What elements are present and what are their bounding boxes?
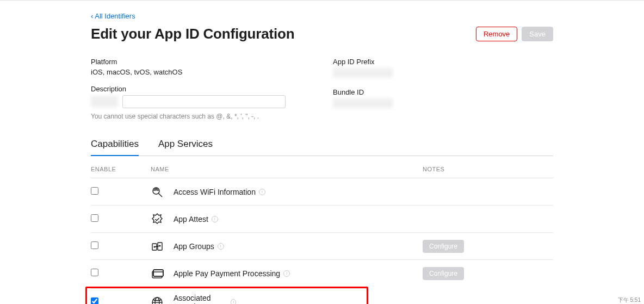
- platform-value: iOS, macOS, tvOS, watchOS: [91, 68, 311, 76]
- page-title: Edit your App ID Configuration: [91, 26, 294, 42]
- svg-point-6: [159, 245, 160, 246]
- info-icon[interactable]: i: [283, 270, 290, 277]
- info-icon[interactable]: i: [231, 299, 236, 305]
- capability-name: App Attesti: [174, 215, 218, 224]
- groups-icon: [151, 240, 164, 253]
- configure-button[interactable]: Configure: [423, 267, 464, 280]
- prefix-redacted: [333, 68, 393, 78]
- description-label: Description: [91, 85, 311, 93]
- tab-capabilities[interactable]: Capabilities: [91, 139, 139, 156]
- capability-row: App Attesti: [91, 205, 553, 232]
- capability-checkbox[interactable]: [91, 297, 98, 304]
- col-name: NAME: [151, 166, 423, 172]
- pay-icon: [151, 267, 164, 280]
- clock-time: 下午 5:51: [618, 297, 641, 303]
- globe-icon: [151, 296, 164, 305]
- svg-line-1: [159, 193, 163, 197]
- description-input[interactable]: [122, 95, 286, 108]
- attest-icon: [151, 213, 164, 226]
- capability-row: Access WiFi Informationi: [91, 178, 553, 205]
- svg-point-11: [152, 297, 162, 305]
- prefix-label: App ID Prefix: [333, 58, 553, 66]
- capability-name: App Groupsi: [174, 242, 224, 251]
- svg-line-4: [154, 246, 160, 247]
- capability-checkbox[interactable]: [91, 214, 98, 222]
- save-button[interactable]: Save: [522, 27, 553, 41]
- bundle-label: Bundle ID: [333, 88, 553, 96]
- description-redacted: [91, 96, 118, 108]
- description-hint: You cannot use special characters such a…: [91, 113, 311, 120]
- wifi-search-icon: [151, 185, 164, 198]
- bundle-redacted: [333, 98, 393, 108]
- col-notes: NOTES: [423, 166, 553, 172]
- capability-name: Access WiFi Informationi: [174, 188, 265, 196]
- capability-row: Apple Pay Payment ProcessingiConfigure: [91, 259, 553, 287]
- svg-point-5: [154, 246, 155, 247]
- svg-point-12: [155, 297, 159, 305]
- platform-label: Platform: [91, 58, 311, 66]
- info-icon[interactable]: i: [218, 243, 224, 250]
- remove-button[interactable]: Remove: [476, 27, 517, 41]
- info-icon[interactable]: i: [212, 216, 218, 222]
- capability-name: Associated Domainsi: [174, 294, 236, 305]
- capability-checkbox[interactable]: [91, 241, 98, 249]
- back-link[interactable]: All Identifiers: [91, 12, 135, 20]
- tab-app-services[interactable]: App Services: [158, 139, 213, 156]
- configure-button[interactable]: Configure: [423, 240, 464, 253]
- svg-rect-8: [153, 270, 163, 276]
- capability-checkbox[interactable]: [91, 269, 98, 276]
- capability-row: Associated Domainsi: [91, 288, 367, 304]
- capability-name: Apple Pay Payment Processingi: [174, 269, 290, 278]
- capability-checkbox[interactable]: [91, 187, 98, 195]
- info-icon[interactable]: i: [259, 189, 265, 195]
- col-enable: ENABLE: [91, 166, 151, 172]
- capability-row: App GroupsiConfigure: [91, 232, 553, 259]
